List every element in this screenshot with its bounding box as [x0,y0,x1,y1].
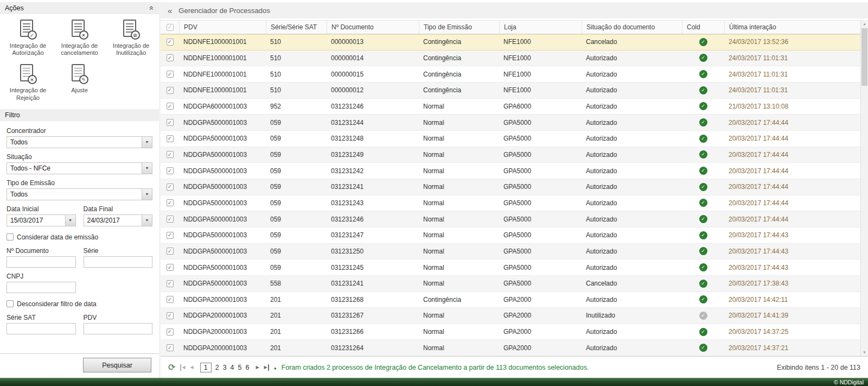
previous-page-icon[interactable] [190,364,194,371]
column-header-8[interactable]: Última interação [724,21,860,34]
row-checkbox[interactable] [167,312,174,319]
desconsiderar-checkbox[interactable] [7,300,14,307]
row-checkbox[interactable] [167,264,174,271]
row-checkbox[interactable] [167,103,174,110]
cell-tipo-emissao: Normal [419,199,499,207]
row-checkbox[interactable] [167,328,174,336]
table-row[interactable]: NDDGPA5000001003 059 031231241 Normal GP… [161,179,860,195]
table-row[interactable]: NDDGPA5000001003 059 031231246 Normal GP… [161,211,860,227]
column-header-7[interactable]: Cold [682,21,724,34]
row-checkbox[interactable] [167,280,174,287]
cell-documento: 031231241 [327,280,419,287]
last-page-icon[interactable] [264,364,269,371]
cell-documento: 031231266 [327,328,419,336]
table-row[interactable]: NDDGPA5000001003 059 031231247 Normal GP… [161,227,860,244]
table-row[interactable]: NDDNFE1000001001 510 000000015 Contingên… [161,66,860,83]
scroll-up-icon[interactable] [861,20,868,28]
row-checkbox[interactable] [167,151,174,158]
row-checkbox[interactable] [167,344,174,351]
row-checkbox[interactable] [167,248,174,255]
row-checkbox[interactable] [167,199,174,206]
table-row[interactable]: NDDGPA2000001003 201 031231266 Normal GP… [161,324,860,340]
cell-ultima-interacao: 24/03/2017 13:52:36 [724,38,860,46]
column-header-6[interactable]: Situação do documento [582,21,682,34]
table-row[interactable]: NDDGPA5000001003 059 031231244 Normal GP… [161,115,860,131]
documento-input[interactable] [7,256,76,268]
considerar-checkbox-row[interactable]: Considerar data de emissão [7,233,152,241]
column-header-3[interactable]: Nº Documento [327,21,419,34]
pdv-input[interactable] [84,323,153,334]
table-row[interactable]: NDDGPA5000001003 059 031231250 Normal GP… [161,244,860,260]
row-checkbox[interactable] [167,135,174,142]
row-checkbox[interactable] [167,87,174,94]
situacao-select[interactable]: Todos - NFCe [7,162,152,174]
table-row[interactable]: NDDGPA5000001003 059 031231249 Normal GP… [161,147,860,163]
row-checkbox[interactable] [167,167,174,174]
table-row[interactable]: NDDGPA5000001003 558 031231241 Normal GP… [161,276,860,292]
scroll-down-icon[interactable] [861,349,868,356]
refresh-icon[interactable] [168,362,175,372]
scrollbar-thumb[interactable] [861,28,867,86]
data-inicial-picker[interactable]: 15/03/2017 [7,214,76,226]
action-button-4[interactable]: ×Integração de Rejeição [3,64,53,101]
chevron-down-icon[interactable] [65,215,75,226]
table-row[interactable]: NDDGPA5000001003 059 031231242 Normal GP… [161,163,860,179]
column-header-2[interactable]: Série/Série SAT [266,21,327,34]
vertical-scrollbar[interactable] [860,20,868,356]
page-button-5[interactable]: 5 [238,364,242,371]
row-checkbox[interactable] [167,232,174,239]
table-row[interactable]: NDDGPA5000001003 059 031231248 Normal GP… [161,131,860,147]
page-button-6[interactable]: 6 [245,364,249,371]
considerar-checkbox[interactable] [7,233,14,241]
action-button-3[interactable]: ⊘Integração de Inutilização [106,20,156,56]
table-row[interactable]: NDDNFE1000001001 510 000000012 Contingên… [161,83,860,99]
table-row[interactable]: NDDGPA2000001003 201 031231268 Contingên… [161,292,860,308]
serie-input[interactable] [84,256,153,268]
row-checkbox[interactable] [167,183,174,191]
row-checkbox[interactable] [167,71,174,78]
row-checkbox[interactable] [167,296,174,303]
page-button-3[interactable]: 3 [223,364,227,371]
select-all-checkbox[interactable] [167,24,174,31]
column-header-4[interactable]: Tipo de Emissão [419,21,499,34]
page-button-4[interactable]: 4 [231,364,234,371]
chevron-down-icon[interactable] [142,163,152,174]
collapse-sidebar-icon[interactable] [168,6,172,15]
row-checkbox[interactable] [167,119,174,126]
concentrador-select[interactable]: Todos [7,136,152,148]
row-checkbox[interactable] [167,216,174,223]
row-checkbox[interactable] [167,54,174,61]
desconsiderar-checkbox-row[interactable]: Desconsiderar filtro de data [7,300,152,308]
table-row[interactable]: NDDGPA5000001003 059 031231245 Normal GP… [161,260,860,276]
table-row[interactable]: NDDGPA5000001003 059 031231243 Normal GP… [161,195,860,212]
cell-ultima-interacao: 20/03/2017 14:37:25 [724,328,860,336]
table-row[interactable]: NDDGPA2000001003 201 031231264 Normal GP… [161,340,860,356]
action-button-1[interactable]: ✓Integração de Autorização [3,20,53,56]
table-row[interactable]: NDDNFE1000001001 510 000000014 Contingên… [161,50,860,67]
page-button-2[interactable]: 2 [215,364,219,371]
data-final-picker[interactable]: 24/03/2017 [84,214,153,226]
row-checkbox[interactable] [167,39,174,46]
cell-ultima-interacao: 20/03/2017 14:37:21 [724,344,860,352]
column-header-5[interactable]: Loja [499,21,582,34]
chevron-down-icon[interactable] [142,215,152,226]
column-header-1[interactable]: PDV [179,21,266,34]
cell-tipo-emissao: Normal [419,103,499,110]
next-page-icon[interactable] [256,364,259,371]
cnpj-input[interactable] [7,282,76,293]
chevron-down-icon[interactable] [142,189,152,200]
page-button-1[interactable]: 1 [200,363,212,372]
search-button[interactable]: Pesquisar [83,358,151,372]
first-page-icon[interactable] [180,364,185,371]
table-row[interactable]: NDDNFE1000001001 510 000000013 Contingên… [161,34,860,50]
serie-sat-input[interactable] [7,323,76,334]
cell-documento: 031231246 [327,216,419,223]
table-row[interactable]: NDDGPA2000001003 201 031231267 Normal GP… [161,308,860,324]
collapse-actions-icon[interactable] [150,4,154,12]
action-button-5[interactable]: ✎Ajuste [55,64,105,101]
tipo-emissao-select[interactable]: Todos [7,188,152,200]
table-row[interactable]: NDDGPA6000001003 952 031231246 Normal GP… [161,99,860,115]
action-button-2[interactable]: ×Integração de cancelamento [55,20,105,56]
cell-serie: 059 [266,151,327,159]
chevron-down-icon[interactable] [142,137,152,148]
